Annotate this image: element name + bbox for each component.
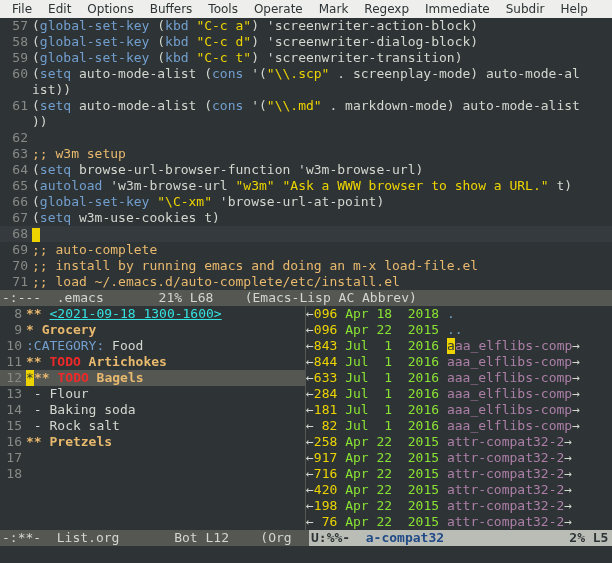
line-number: 17 xyxy=(0,450,26,466)
right-arrow-icon: → xyxy=(564,498,572,513)
org-text: ** TODO Artichokes xyxy=(26,354,167,370)
dired-row[interactable]: ←198 Apr 22 2015 attr-compat32-2→ xyxy=(306,498,612,514)
org-line: 15 - Rock salt xyxy=(0,418,305,434)
cursor xyxy=(32,228,40,242)
code-line: 62 xyxy=(0,130,612,146)
menu-item[interactable]: Options xyxy=(79,1,141,17)
menu-item[interactable]: Mark xyxy=(311,1,357,17)
left-arrow-icon: ← xyxy=(306,322,314,337)
left-arrow-icon: ← xyxy=(306,418,314,433)
org-line: 11** TODO Artichokes xyxy=(0,354,305,370)
code-text: ;; auto-complete xyxy=(32,242,157,258)
org-line: 17 xyxy=(0,450,305,466)
dired-row[interactable]: ←284 Jul 1 2016 aaa_elflibs-comp→ xyxy=(306,386,612,402)
line-number: 66 xyxy=(0,194,32,210)
right-arrow-icon: → xyxy=(564,466,572,481)
line-number: 57 xyxy=(0,18,32,34)
filename: attr-compat32-2 xyxy=(447,482,564,497)
line-number: 64 xyxy=(0,162,32,178)
left-arrow-icon: ← xyxy=(306,354,314,369)
menu-item[interactable]: Subdir xyxy=(498,1,553,17)
code-line: 68 xyxy=(0,226,612,242)
org-pane[interactable]: 8** <2021-09-18 1300-1600>9* Grocery10:C… xyxy=(0,306,306,530)
org-text: *** TODO Bagels xyxy=(26,370,144,386)
line-number: 16 xyxy=(0,434,26,450)
code-line: 66(global-set-key "\C-xm" 'browse-url-at… xyxy=(0,194,612,210)
filename: . xyxy=(447,306,455,321)
code-line: 61(setq auto-mode-alist (cons '("\\.md" … xyxy=(0,98,612,114)
code-text: ;; w3m setup xyxy=(32,146,126,162)
dired-row[interactable]: ←096 Apr 22 2015 .. xyxy=(306,322,612,338)
org-line: 10:CATEGORY: Food xyxy=(0,338,305,354)
right-arrow-icon: → xyxy=(564,482,572,497)
cursor: a xyxy=(447,338,455,354)
code-line: 60(setq auto-mode-alist (cons '("\\.scp"… xyxy=(0,66,612,82)
left-arrow-icon: ← xyxy=(306,370,314,385)
dired-row[interactable]: ←420 Apr 22 2015 attr-compat32-2→ xyxy=(306,482,612,498)
code-line: 64(setq browse-url-browser-function 'w3m… xyxy=(0,162,612,178)
code-text: (autoload 'w3m-browse-url "w3m" "Ask a W… xyxy=(32,178,572,194)
org-line: 9* Grocery xyxy=(0,322,305,338)
dired-row[interactable]: ←258 Apr 22 2015 attr-compat32-2→ xyxy=(306,434,612,450)
right-arrow-icon: → xyxy=(572,338,580,353)
line-number: 61 xyxy=(0,98,32,114)
dired-row[interactable]: ← 76 Apr 22 2015 attr-compat32-2→ xyxy=(306,514,612,530)
code-line: 57(global-set-key (kbd "C-c a") 'screenw… xyxy=(0,18,612,34)
right-arrow-icon: → xyxy=(572,402,580,417)
right-arrow-icon: → xyxy=(564,450,572,465)
menu-item[interactable]: Regexp xyxy=(356,1,417,17)
org-line: 18 xyxy=(0,466,305,482)
dired-row[interactable]: ← 82 Jul 1 2016 aaa_elflibs-comp→ xyxy=(306,418,612,434)
filename: .. xyxy=(447,322,463,337)
line-number xyxy=(0,82,32,98)
code-line: 70;; install by running emacs and doing … xyxy=(0,258,612,274)
cursor: * xyxy=(26,370,34,386)
modeline-bottom: -:**- List.org Bot L12 (Org U:%%- a-comp… xyxy=(0,530,612,546)
right-arrow-icon: → xyxy=(564,514,572,529)
org-text: - Rock salt xyxy=(26,418,120,434)
right-arrow-icon: → xyxy=(572,386,580,401)
menu-item[interactable]: Edit xyxy=(40,1,79,17)
code-line: 71;; load ~/.emacs.d/auto-complete/etc/i… xyxy=(0,274,612,290)
dired-row[interactable]: ←844 Jul 1 2016 aaa_elflibs-comp→ xyxy=(306,354,612,370)
filename: aaa_elflibs-comp xyxy=(447,370,572,385)
menu-item[interactable]: Operate xyxy=(246,1,311,17)
left-arrow-icon: ← xyxy=(306,338,314,353)
code-text: ist)) xyxy=(32,82,71,98)
org-line: 12*** TODO Bagels xyxy=(0,370,305,386)
menu-item[interactable]: Tools xyxy=(200,1,246,17)
dired-row[interactable]: ←633 Jul 1 2016 aaa_elflibs-comp→ xyxy=(306,370,612,386)
code-line: 63;; w3m setup xyxy=(0,146,612,162)
menu-item[interactable]: Immediate xyxy=(417,1,498,17)
dired-row[interactable]: ←917 Apr 22 2015 attr-compat32-2→ xyxy=(306,450,612,466)
menu-item[interactable]: File xyxy=(4,1,40,17)
left-arrow-icon: ← xyxy=(306,402,314,417)
code-line: ist)) xyxy=(0,82,612,98)
line-number: 18 xyxy=(0,466,26,482)
code-text: (setq auto-mode-alist (cons '("\\.scp" .… xyxy=(32,66,580,82)
line-number: 60 xyxy=(0,66,32,82)
line-number: 62 xyxy=(0,130,32,146)
dired-pane[interactable]: ←096 Apr 18 2018 .←096 Apr 22 2015 ..←84… xyxy=(306,306,612,530)
filename: aaa_elflibs-comp xyxy=(447,386,572,401)
code-text: )) xyxy=(32,114,48,130)
dired-row[interactable]: ←096 Apr 18 2018 . xyxy=(306,306,612,322)
code-text: (setq browse-url-browser-function 'w3m-b… xyxy=(32,162,423,178)
line-number: 14 xyxy=(0,402,26,418)
code-text: ;; load ~/.emacs.d/auto-complete/etc/ins… xyxy=(32,274,400,290)
filename: attr-compat32-2 xyxy=(447,466,564,481)
code-text: (global-set-key (kbd "C-c d") 'screenwri… xyxy=(32,34,478,50)
code-line: 58(global-set-key (kbd "C-c d") 'screenw… xyxy=(0,34,612,50)
dired-row[interactable]: ←181 Jul 1 2016 aaa_elflibs-comp→ xyxy=(306,402,612,418)
left-arrow-icon: ← xyxy=(306,498,314,513)
org-line: 8** <2021-09-18 1300-1600> xyxy=(0,306,305,322)
modeline-top: -:--- .emacs 21% L68 (Emacs-Lisp AC Abbr… xyxy=(0,290,612,306)
menu-item[interactable]: Buffers xyxy=(142,1,201,17)
dired-row[interactable]: ←716 Apr 22 2015 attr-compat32-2→ xyxy=(306,466,612,482)
code-pane-emacs[interactable]: 57(global-set-key (kbd "C-c a") 'screenw… xyxy=(0,18,612,290)
dired-row[interactable]: ←843 Jul 1 2016 aaa_elflibs-comp→ xyxy=(306,338,612,354)
code-line: 65(autoload 'w3m-browse-url "w3m" "Ask a… xyxy=(0,178,612,194)
line-number: 71 xyxy=(0,274,32,290)
line-number: 11 xyxy=(0,354,26,370)
menu-item[interactable]: Help xyxy=(552,1,595,17)
